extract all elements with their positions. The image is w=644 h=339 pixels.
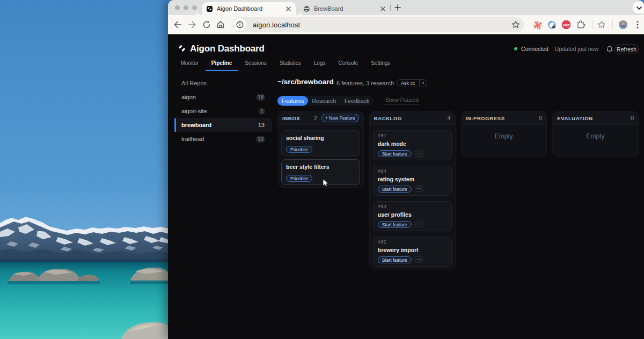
svg-text:ABP: ABP (563, 24, 570, 27)
